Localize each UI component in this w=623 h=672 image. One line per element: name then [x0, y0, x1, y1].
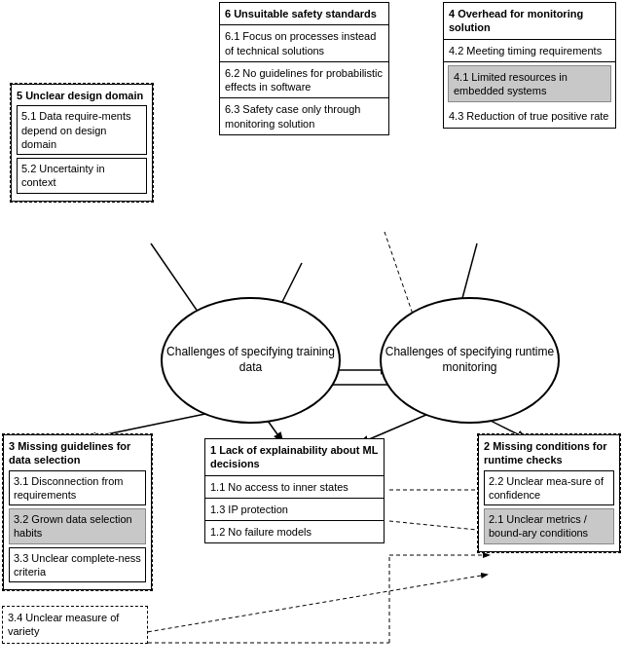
box61: 6.1 Focus on processes instead of techni… — [220, 25, 388, 62]
box41: 4.1 Limited resources in embedded system… — [448, 65, 611, 103]
box1: 1 Lack of explainability about ML decisi… — [204, 438, 385, 543]
box12: 1.2 No failure models — [205, 521, 384, 542]
box62: 6.2 No guidelines for probabilistic effe… — [220, 62, 388, 99]
box6: 6 Unsuitable safety standards 6.1 Focus … — [219, 2, 389, 135]
svg-line-12 — [141, 575, 487, 633]
box3-inner: 3 Missing guidelines for data selection … — [3, 434, 152, 590]
box51: 5.1 Data require-ments depend on design … — [17, 105, 147, 155]
box63: 6.3 Safety case only through monitoring … — [220, 98, 388, 134]
box3-outer: 3 Missing guidelines for data selection … — [2, 433, 153, 591]
ellipse-training: Challenges of specifying training data — [161, 297, 341, 424]
box5-title: 5 Unclear design domain — [17, 89, 147, 102]
ellipse-runtime: Challenges of specifying runtime monitor… — [380, 297, 560, 424]
box2-title: 2 Missing conditions for runtime checks — [484, 439, 614, 467]
box2-inner: 2 Missing conditions for runtime checks … — [478, 434, 620, 552]
box22: 2.2 Unclear mea-sure of confidence — [484, 470, 614, 506]
box2-outer: 2 Missing conditions for runtime checks … — [477, 433, 621, 553]
diagram: 5 Unclear design domain 5.1 Data require… — [0, 0, 623, 672]
svg-line-11 — [389, 521, 487, 531]
box42: 4.2 Meeting timing requirements — [444, 40, 615, 62]
box31: 3.1 Disconnection from requirements — [9, 470, 146, 506]
box4: 4 Overhead for monitoring solution 4.2 M… — [443, 2, 616, 129]
box33: 3.3 Unclear complete-ness criteria — [9, 547, 146, 583]
box5-inner: 5 Unclear design domain 5.1 Data require… — [11, 84, 153, 202]
box34: 3.4 Unclear measure of variety — [2, 606, 148, 644]
box52: 5.2 Uncertainty in context — [17, 158, 147, 194]
box32: 3.2 Grown data selection habits — [9, 508, 146, 544]
box43: 4.3 Reduction of true positive rate — [444, 105, 615, 127]
box11: 1.1 No access to inner states — [205, 476, 384, 499]
box3-title: 3 Missing guidelines for data selection — [9, 439, 146, 467]
box21: 2.1 Unclear metrics / bound-ary conditio… — [484, 508, 614, 544]
box5-outer: 5 Unclear design domain 5.1 Data require… — [10, 83, 154, 203]
box34-label: 3.4 Unclear measure of variety — [8, 612, 119, 637]
box13: 1.3 IP protection — [205, 499, 384, 521]
